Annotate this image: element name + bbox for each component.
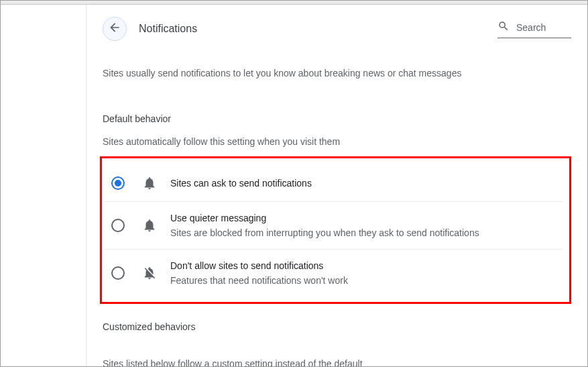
customized-behaviors-heading: Customized behaviors: [103, 321, 571, 332]
settings-main: Notifications Sites usually send notific…: [86, 5, 587, 366]
radio-dont-allow[interactable]: [111, 266, 125, 280]
bell-off-icon: [142, 266, 157, 280]
intro-text: Sites usually send notifications to let …: [103, 68, 571, 78]
option-quieter-messaging[interactable]: Use quieter messaging Sites are blocked …: [105, 202, 563, 250]
radio-sites-can-ask[interactable]: [111, 176, 125, 190]
default-behavior-options-highlight: Sites can ask to send notifications Use …: [100, 156, 571, 304]
customized-behaviors-sub: Sites listed below follow a custom setti…: [103, 358, 363, 366]
page-title: Notifications: [139, 23, 197, 35]
option-label: Don't allow sites to send notifications: [170, 260, 348, 271]
bell-icon: [142, 218, 157, 233]
page-header: Notifications: [103, 17, 571, 41]
option-desc: Sites are blocked from interrupting you …: [170, 227, 479, 238]
search-icon: [497, 20, 516, 35]
default-behavior-sub: Sites automatically follow this setting …: [103, 136, 571, 147]
search-field[interactable]: [497, 20, 571, 38]
search-input[interactable]: [516, 22, 571, 33]
option-label: Sites can ask to send notifications: [170, 178, 312, 189]
option-label: Use quieter messaging: [170, 213, 479, 223]
option-desc: Features that need notifications won't w…: [170, 275, 348, 286]
default-behavior-heading: Default behavior: [103, 113, 571, 124]
sidebar-gutter: [1, 5, 86, 366]
back-button[interactable]: [103, 17, 127, 41]
arrow-back-icon: [108, 21, 121, 37]
radio-quieter-messaging[interactable]: [111, 219, 125, 232]
option-dont-allow[interactable]: Don't allow sites to send notifications …: [105, 250, 563, 290]
option-sites-can-ask[interactable]: Sites can ask to send notifications: [105, 165, 563, 202]
bell-icon: [142, 176, 157, 191]
